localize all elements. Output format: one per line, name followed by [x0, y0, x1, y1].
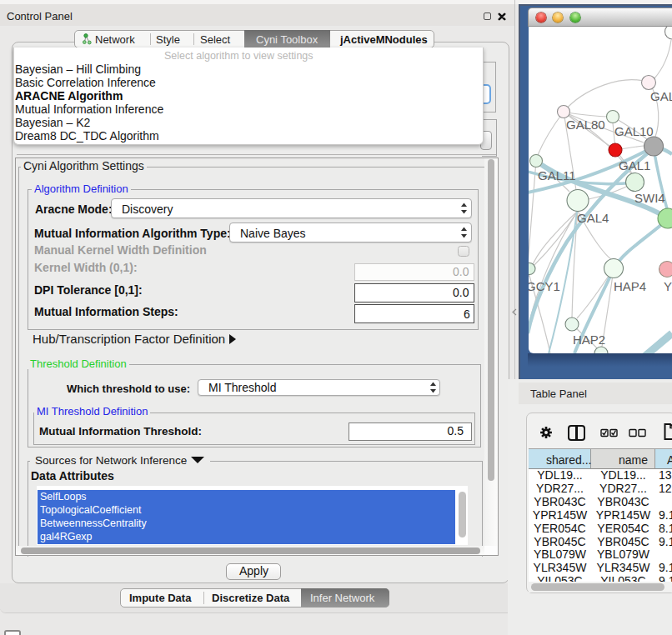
- svg-text:GAL7: GAL7: [650, 89, 672, 103]
- svg-text:GCY1: GCY1: [529, 279, 560, 293]
- svg-text:SWI4: SWI4: [634, 191, 665, 205]
- svg-text:GAL10: GAL10: [614, 124, 654, 138]
- svg-text:HAP4: HAP4: [614, 279, 646, 293]
- svg-text:GAL4: GAL4: [577, 211, 609, 225]
- svg-text:Y: Y: [664, 279, 672, 293]
- svg-text:GAL80: GAL80: [566, 118, 605, 132]
- svg-text:GAL1: GAL1: [619, 158, 650, 172]
- svg-text:HAP2: HAP2: [573, 332, 605, 347]
- svg-text:GAL11: GAL11: [538, 168, 576, 182]
